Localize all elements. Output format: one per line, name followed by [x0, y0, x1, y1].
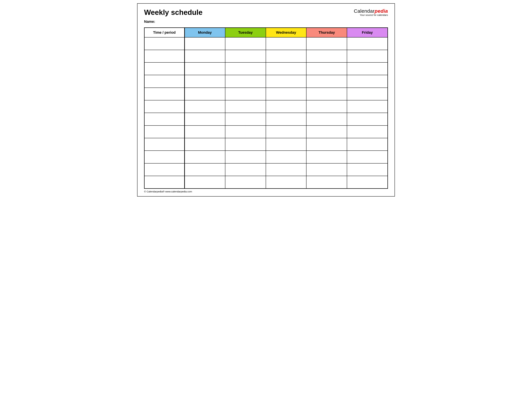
page-title: Weekly schedule — [144, 8, 203, 17]
table-row — [144, 100, 388, 113]
schedule-cell[interactable] — [184, 138, 225, 151]
schedule-cell[interactable] — [266, 100, 306, 113]
schedule-cell[interactable] — [347, 113, 388, 125]
schedule-cell[interactable] — [184, 151, 225, 163]
schedule-cell[interactable] — [266, 176, 306, 188]
time-cell[interactable] — [144, 163, 184, 176]
schedule-cell[interactable] — [266, 37, 306, 50]
time-cell[interactable] — [144, 176, 184, 188]
logo: Calendarpedia Your source for calendars — [354, 8, 388, 17]
time-cell[interactable] — [144, 37, 184, 50]
time-cell[interactable] — [144, 63, 184, 75]
schedule-cell[interactable] — [347, 125, 388, 138]
time-cell[interactable] — [144, 138, 184, 151]
schedule-cell[interactable] — [184, 113, 225, 125]
schedule-cell[interactable] — [225, 63, 266, 75]
schedule-cell[interactable] — [225, 176, 266, 188]
table-row — [144, 37, 388, 50]
schedule-body — [144, 37, 388, 189]
col-header-wednesday: Wednesday — [266, 28, 306, 37]
table-row — [144, 163, 388, 176]
time-cell[interactable] — [144, 125, 184, 138]
schedule-cell[interactable] — [306, 113, 347, 125]
schedule-cell[interactable] — [225, 75, 266, 88]
schedule-cell[interactable] — [184, 50, 225, 63]
col-header-tuesday: Tuesday — [225, 28, 266, 37]
schedule-cell[interactable] — [225, 100, 266, 113]
col-header-thursday: Thursday — [306, 28, 347, 37]
schedule-cell[interactable] — [306, 63, 347, 75]
col-header-monday: Monday — [184, 28, 225, 37]
logo-main: Calendarpedia — [354, 8, 388, 14]
schedule-cell[interactable] — [266, 75, 306, 88]
logo-suffix: pedia — [374, 8, 388, 14]
schedule-cell[interactable] — [266, 151, 306, 163]
schedule-cell[interactable] — [306, 88, 347, 100]
table-row — [144, 176, 388, 188]
schedule-cell[interactable] — [266, 163, 306, 176]
table-row — [144, 125, 388, 138]
schedule-cell[interactable] — [184, 63, 225, 75]
schedule-cell[interactable] — [306, 50, 347, 63]
table-row — [144, 151, 388, 163]
header-row: Weekly schedule Calendarpedia Your sourc… — [144, 8, 388, 17]
time-cell[interactable] — [144, 113, 184, 125]
schedule-cell[interactable] — [225, 151, 266, 163]
schedule-cell[interactable] — [225, 88, 266, 100]
schedule-cell[interactable] — [266, 138, 306, 151]
schedule-cell[interactable] — [225, 138, 266, 151]
schedule-cell[interactable] — [347, 100, 388, 113]
table-row — [144, 50, 388, 63]
schedule-cell[interactable] — [266, 63, 306, 75]
schedule-cell[interactable] — [266, 88, 306, 100]
time-cell[interactable] — [144, 50, 184, 63]
schedule-cell[interactable] — [347, 37, 388, 50]
time-cell[interactable] — [144, 75, 184, 88]
schedule-cell[interactable] — [184, 100, 225, 113]
schedule-cell[interactable] — [306, 100, 347, 113]
schedule-cell[interactable] — [347, 138, 388, 151]
schedule-cell[interactable] — [184, 37, 225, 50]
schedule-cell[interactable] — [347, 176, 388, 188]
logo-tagline: Your source for calendars — [354, 14, 388, 17]
schedule-cell[interactable] — [225, 125, 266, 138]
schedule-cell[interactable] — [184, 88, 225, 100]
schedule-cell[interactable] — [347, 151, 388, 163]
schedule-cell[interactable] — [347, 50, 388, 63]
schedule-cell[interactable] — [306, 176, 347, 188]
schedule-cell[interactable] — [266, 125, 306, 138]
schedule-cell[interactable] — [306, 125, 347, 138]
schedule-cell[interactable] — [184, 75, 225, 88]
table-row — [144, 75, 388, 88]
schedule-cell[interactable] — [225, 37, 266, 50]
schedule-cell[interactable] — [225, 113, 266, 125]
col-header-time: Time / period — [144, 28, 184, 37]
col-header-friday: Friday — [347, 28, 388, 37]
header-row: Time / period Monday Tuesday Wednesday T… — [144, 28, 388, 37]
schedule-cell[interactable] — [306, 75, 347, 88]
schedule-cell[interactable] — [347, 163, 388, 176]
table-row — [144, 88, 388, 100]
schedule-cell[interactable] — [306, 138, 347, 151]
time-cell[interactable] — [144, 88, 184, 100]
schedule-cell[interactable] — [184, 163, 225, 176]
schedule-cell[interactable] — [347, 75, 388, 88]
page-container: Weekly schedule Calendarpedia Your sourc… — [137, 3, 395, 197]
table-row — [144, 63, 388, 75]
schedule-cell[interactable] — [347, 63, 388, 75]
schedule-cell[interactable] — [266, 113, 306, 125]
time-cell[interactable] — [144, 100, 184, 113]
schedule-cell[interactable] — [347, 88, 388, 100]
schedule-cell[interactable] — [225, 163, 266, 176]
schedule-cell[interactable] — [306, 163, 347, 176]
schedule-cell[interactable] — [306, 37, 347, 50]
table-row — [144, 113, 388, 125]
time-cell[interactable] — [144, 151, 184, 163]
schedule-cell[interactable] — [225, 50, 266, 63]
schedule-table: Time / period Monday Tuesday Wednesday T… — [144, 27, 388, 189]
schedule-cell[interactable] — [266, 50, 306, 63]
schedule-cell[interactable] — [184, 125, 225, 138]
schedule-cell[interactable] — [306, 151, 347, 163]
table-row — [144, 138, 388, 151]
schedule-cell[interactable] — [184, 176, 225, 188]
